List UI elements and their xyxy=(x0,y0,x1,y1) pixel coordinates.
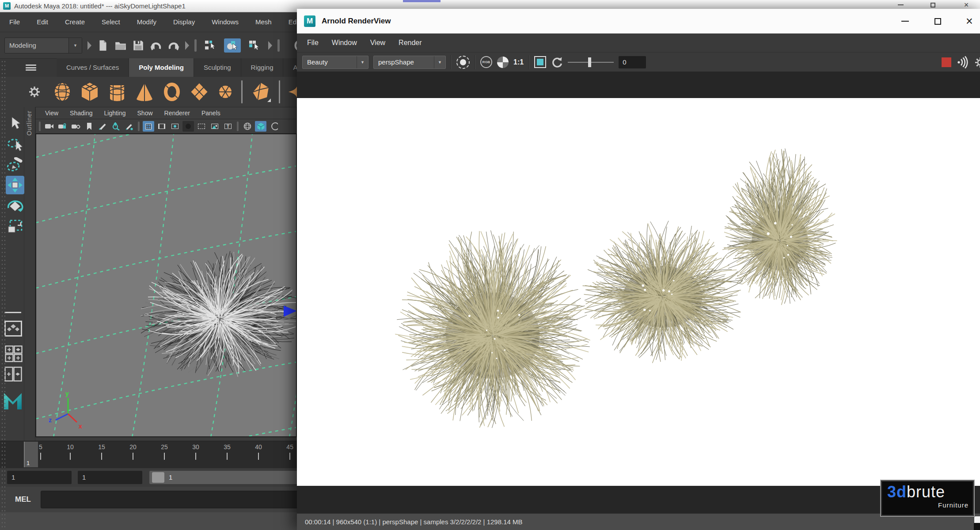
network-render-icon[interactable] xyxy=(956,56,969,68)
stop-render-button[interactable] xyxy=(942,57,951,67)
refresh-render-button[interactable] xyxy=(551,56,563,68)
gate-mask-button[interactable] xyxy=(182,121,194,132)
poly-disc-icon[interactable] xyxy=(217,81,234,102)
crop-region-button[interactable] xyxy=(534,56,546,68)
group-expander-icon[interactable] xyxy=(87,41,91,50)
group-expander-icon[interactable] xyxy=(268,41,272,50)
zoom-ratio-button[interactable]: 1:1 xyxy=(513,58,524,66)
select-object-button[interactable] xyxy=(224,38,241,53)
animation-start-field[interactable]: 1 xyxy=(78,471,142,484)
menu-display[interactable]: Display xyxy=(165,12,203,32)
shelf-tab-curves-surfaces[interactable]: Curves / Surfaces xyxy=(57,58,129,77)
alpha-channel-button[interactable] xyxy=(497,57,509,68)
arnold-minimize-button[interactable] xyxy=(896,14,914,28)
aov-dropdown[interactable]: Beauty ▼ xyxy=(302,56,368,69)
current-frame-marker[interactable]: 1 xyxy=(24,442,38,467)
pencil-icon[interactable] xyxy=(123,121,135,132)
wireframe-sphere-button[interactable] xyxy=(242,121,253,132)
four-pane-layout-button[interactable] xyxy=(5,345,23,362)
open-scene-button[interactable] xyxy=(114,39,127,52)
hud-text-button[interactable]: T xyxy=(222,121,234,132)
camera-dropdown[interactable]: perspShape ▼ xyxy=(373,56,446,69)
panel-menu-view[interactable]: View xyxy=(39,107,64,119)
outliner-panel-strip[interactable] xyxy=(24,107,35,441)
rotate-tool[interactable] xyxy=(6,197,24,216)
shelf-menu-icon[interactable] xyxy=(26,64,36,71)
menu-mesh[interactable]: Mesh xyxy=(247,12,280,32)
panel-menu-shading[interactable]: Shading xyxy=(64,107,98,119)
grid-toggle-button[interactable] xyxy=(143,121,154,132)
menu-create[interactable]: Create xyxy=(57,12,93,32)
menu-modify[interactable]: Modify xyxy=(129,12,165,32)
shaded-mode-button[interactable] xyxy=(255,121,266,132)
paint-select-tool[interactable] xyxy=(6,155,24,174)
arnold-close-button[interactable]: × xyxy=(961,14,978,28)
two-pane-layout-button[interactable] xyxy=(4,367,22,383)
bookmark-icon[interactable] xyxy=(84,121,95,132)
shelf-gear-icon[interactable] xyxy=(27,85,42,99)
settings-gear-icon[interactable] xyxy=(974,57,980,68)
move-tool[interactable] xyxy=(6,176,24,194)
menu-file[interactable]: File xyxy=(1,12,28,32)
save-scene-button[interactable] xyxy=(132,39,144,52)
shelf-tab-rigging[interactable]: Rigging xyxy=(241,58,284,77)
film-gate-button[interactable] xyxy=(156,121,167,132)
arnold-titlebar[interactable]: M Arnold RenderView × xyxy=(297,9,980,34)
undo-button[interactable] xyxy=(150,39,162,52)
lasso-tool[interactable] xyxy=(6,135,24,154)
panel-menu-show[interactable]: Show xyxy=(132,107,159,119)
poly-cone-icon[interactable] xyxy=(134,81,155,102)
rendered-image[interactable] xyxy=(297,98,980,486)
maya-minimize-button[interactable] xyxy=(890,0,911,10)
poly-cube-icon[interactable] xyxy=(80,81,100,102)
menu-select[interactable]: Select xyxy=(93,12,129,32)
mel-label[interactable]: MEL xyxy=(15,487,31,512)
image-plane-tool-icon[interactable] xyxy=(97,121,108,132)
select-tool[interactable] xyxy=(6,114,24,132)
range-slider-handle[interactable] xyxy=(152,472,164,483)
camera-attributes-icon[interactable] xyxy=(70,121,82,132)
image-plane-button[interactable] xyxy=(209,121,220,132)
menu-windows[interactable]: Windows xyxy=(203,12,247,32)
panel-menu-renderer[interactable]: Renderer xyxy=(159,107,196,119)
outliner-tab-label[interactable]: Outliner xyxy=(26,110,33,136)
poly-torus-icon[interactable] xyxy=(162,81,182,102)
panel-menu-lighting[interactable]: Lighting xyxy=(98,107,131,119)
redo-button[interactable] xyxy=(167,39,180,52)
zoom-select-icon[interactable] xyxy=(110,121,122,132)
scale-tool[interactable] xyxy=(6,217,24,236)
panel-menu-panels[interactable]: Panels xyxy=(196,107,226,119)
menuset-dropdown[interactable]: Modeling ▼ xyxy=(4,38,82,53)
resolution-gate-button[interactable] xyxy=(169,121,181,132)
playback-start-field[interactable]: 1 xyxy=(7,471,72,484)
maya-maximize-button[interactable] xyxy=(923,0,943,10)
poly-sphere-icon[interactable] xyxy=(52,81,72,102)
maya-close-button[interactable]: × xyxy=(956,0,976,10)
arnold-maximize-button[interactable] xyxy=(929,14,946,28)
select-hierarchy-button[interactable] xyxy=(202,38,219,53)
single-pane-layout-button[interactable] xyxy=(4,321,22,338)
arnold-menu-window[interactable]: Window xyxy=(325,34,364,52)
viewport[interactable]: yzx xyxy=(35,133,297,437)
rgb-channel-button[interactable]: RGB xyxy=(480,56,492,68)
arnold-menu-view[interactable]: View xyxy=(364,34,392,52)
textured-mode-button[interactable] xyxy=(268,121,280,132)
field-chart-button[interactable] xyxy=(196,121,207,132)
poly-cylinder-icon[interactable] xyxy=(107,81,127,102)
select-component-button[interactable] xyxy=(246,38,263,53)
menu-edit[interactable]: Edit xyxy=(28,12,57,32)
new-scene-button[interactable] xyxy=(97,39,109,52)
arnold-menu-file[interactable]: File xyxy=(300,34,325,52)
group-expander-icon[interactable] xyxy=(185,41,189,50)
shelf-tab-sculpting[interactable]: Sculpting xyxy=(194,58,241,77)
debug-shading-slider[interactable] xyxy=(568,62,614,63)
shelf-tab-poly-modeling[interactable]: Poly Modeling xyxy=(129,58,194,77)
arnold-menu-render[interactable]: Render xyxy=(392,34,428,52)
platonic-solid-icon[interactable] xyxy=(250,81,272,103)
camera-icon[interactable] xyxy=(44,121,55,132)
slider-handle[interactable] xyxy=(588,57,591,67)
poly-plane-icon[interactable] xyxy=(189,81,209,102)
snapshot-button[interactable] xyxy=(456,56,470,69)
debug-value-field[interactable]: 0 xyxy=(619,56,646,68)
camera-lock-icon[interactable] xyxy=(57,121,68,132)
